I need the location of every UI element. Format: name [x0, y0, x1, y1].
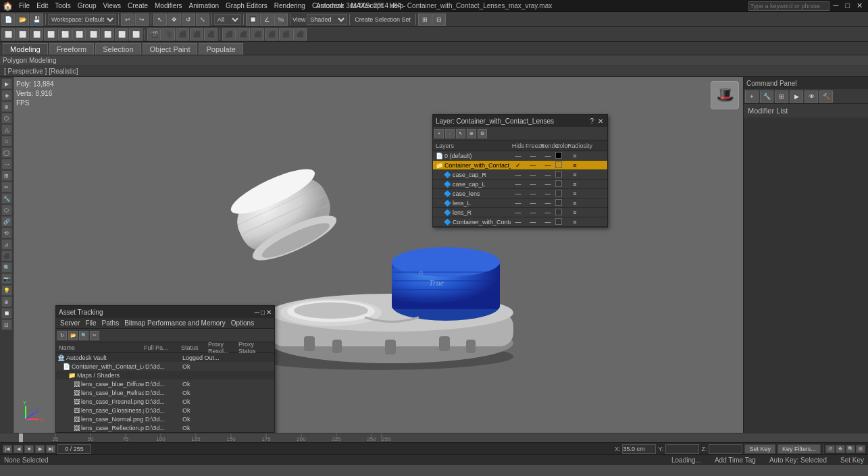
- layers-help-btn[interactable]: ?: [588, 117, 595, 125]
- create-selection-set[interactable]: Create Selection Set: [352, 16, 413, 23]
- t2-btn4[interactable]: ⬜: [44, 28, 57, 41]
- layers-new-btn[interactable]: +: [434, 129, 444, 138]
- asset-row-map6[interactable]: 🖼 lens_case_Reflection.png D:\3d... Ok: [56, 423, 274, 432]
- tab-populate[interactable]: Populate: [199, 43, 242, 55]
- percent-snap-btn[interactable]: %: [274, 14, 288, 26]
- t2-btn3[interactable]: ⬜: [30, 28, 43, 41]
- maximize-btn[interactable]: □: [842, 1, 852, 11]
- t2-nav1[interactable]: ⬛: [222, 28, 236, 41]
- left-icon-21[interactable]: 🔲: [1, 308, 12, 319]
- rp-utility-btn[interactable]: 🔨: [819, 90, 833, 103]
- menu-rendering[interactable]: Rendering: [271, 2, 309, 9]
- layers-title-bar[interactable]: Layer: Container_with_Contact_Lenses ? ✕: [433, 115, 607, 127]
- asset-folder-btn[interactable]: 📂: [68, 331, 78, 340]
- asset-row-map2[interactable]: 🖼 lens_case_blue_Refraction.png D:\3d...…: [56, 388, 274, 397]
- array-btn[interactable]: ⊟: [432, 14, 446, 26]
- menu-animation[interactable]: Animation: [186, 2, 222, 9]
- camera-preset-icon[interactable]: 🎩: [711, 81, 739, 109]
- scale-btn[interactable]: ⤡: [196, 14, 209, 26]
- left-icon-6[interactable]: □: [1, 136, 12, 147]
- t2-btn8[interactable]: ⬜: [101, 28, 114, 41]
- left-icon-7[interactable]: ◯: [1, 147, 12, 158]
- left-icon-5[interactable]: △: [1, 124, 12, 135]
- tab-object-paint[interactable]: Object Paint: [143, 43, 198, 55]
- nav-pan-btn[interactable]: ✥: [836, 445, 845, 453]
- asset-reload-btn[interactable]: ↻: [57, 331, 67, 340]
- left-icon-4[interactable]: ⬡: [1, 113, 12, 124]
- left-icon-8[interactable]: ⋯: [1, 159, 12, 169]
- t2-render1[interactable]: 🎬: [147, 28, 161, 41]
- viewport[interactable]: Poly: 13,884 Verts: 8,916 FPS: [14, 77, 743, 433]
- menu-graph-editors[interactable]: Graph Editors: [222, 2, 271, 9]
- layers-select-btn[interactable]: ↖: [456, 129, 465, 138]
- layer-row-cap-r[interactable]: 🔷case_cap_R — — — ≡: [433, 170, 607, 180]
- nav-zoom-btn[interactable]: 🔍: [846, 445, 855, 453]
- asset-minimize-btn[interactable]: ─: [255, 309, 259, 316]
- set-key-btn[interactable]: Set Key: [744, 444, 775, 454]
- tab-modeling[interactable]: Modeling: [3, 43, 48, 55]
- left-icon-11[interactable]: 🔧: [1, 193, 12, 204]
- left-icon-17[interactable]: 🔍: [1, 262, 12, 273]
- left-icon-2[interactable]: ◈: [1, 90, 12, 101]
- layers-add-sel-btn[interactable]: ⊕: [467, 129, 476, 138]
- next-frame-btn[interactable]: ▶|: [46, 445, 55, 453]
- close-btn[interactable]: ✕: [854, 1, 865, 11]
- stop-btn[interactable]: ■: [24, 445, 34, 453]
- frame-input[interactable]: [57, 444, 91, 454]
- t2-render4[interactable]: ⬛: [190, 28, 203, 41]
- t2-render3[interactable]: ⬛: [176, 28, 189, 41]
- asset-row-maps[interactable]: 📁 Maps / Shaders: [56, 371, 274, 379]
- asset-menu-server[interactable]: Server: [57, 319, 82, 327]
- layer-row-case-lens[interactable]: 🔷case_lens — — — ≡: [433, 189, 607, 199]
- left-icon-19[interactable]: 💡: [1, 285, 12, 296]
- t2-btn5[interactable]: ⬜: [58, 28, 72, 41]
- t2-render2[interactable]: 🎥: [161, 28, 175, 41]
- left-icon-12[interactable]: ⬡: [1, 205, 12, 215]
- left-icon-9[interactable]: ⊞: [1, 170, 12, 181]
- layers-props-btn[interactable]: ⚙: [478, 129, 487, 138]
- asset-row-vault[interactable]: 🏦 Autodesk Vault Logged Out...: [56, 353, 274, 362]
- rotate-btn[interactable]: ↺: [182, 14, 195, 26]
- asset-title-bar[interactable]: Asset Tracking ─ □ ✕: [56, 306, 274, 318]
- menu-file[interactable]: File: [16, 2, 33, 9]
- left-icon-22[interactable]: ⊟: [1, 319, 12, 330]
- open-btn[interactable]: 📂: [16, 14, 29, 26]
- key-filters-btn[interactable]: Key Filters...: [777, 444, 821, 454]
- select-btn[interactable]: ↖: [153, 14, 167, 26]
- t2-btn9[interactable]: ⬜: [115, 28, 128, 41]
- t2-btn10[interactable]: ⬜: [129, 28, 143, 41]
- t2-nav6[interactable]: ⬛: [293, 28, 307, 41]
- t2-btn2[interactable]: ⬜: [16, 28, 29, 41]
- play-fwd-btn[interactable]: ▶: [35, 445, 45, 453]
- timeline-ruler[interactable]: 0 25 50 75 100 125 150 175 200 225 250 2…: [0, 433, 868, 442]
- layers-close-btn[interactable]: ✕: [596, 117, 605, 125]
- snap-btn[interactable]: 🔲: [246, 14, 259, 26]
- left-icon-1[interactable]: ▶: [1, 78, 12, 89]
- layer-row-container2[interactable]: 🔷Container_with_Contact_Lenses — — — ≡: [433, 217, 607, 227]
- prev-frame-btn[interactable]: |◀: [3, 445, 12, 453]
- layer-row-lens-l[interactable]: 🔷lens_L — — — ≡: [433, 199, 607, 208]
- rp-hierarchy-btn[interactable]: ⊞: [775, 90, 788, 103]
- menu-modifiers[interactable]: Modifiers: [151, 2, 186, 9]
- t2-btn1[interactable]: ⬜: [1, 28, 15, 41]
- left-icon-20[interactable]: ⊕: [1, 296, 12, 307]
- coord-y-input[interactable]: [665, 444, 699, 454]
- asset-row-map1[interactable]: 🖼 lens_case_blue_Diffuse.png D:\3d... Ok: [56, 379, 274, 388]
- left-icon-18[interactable]: 📷: [1, 273, 12, 284]
- redo-btn[interactable]: ↪: [135, 14, 149, 26]
- asset-menu-paths[interactable]: Paths: [99, 319, 122, 327]
- left-icon-15[interactable]: ⊿: [1, 239, 12, 250]
- left-icon-14[interactable]: ⟲: [1, 228, 12, 238]
- menu-create[interactable]: Create: [124, 2, 151, 9]
- asset-maximize-btn[interactable]: □: [261, 309, 265, 316]
- left-icon-3[interactable]: ⊕: [1, 101, 12, 112]
- angle-snap-btn[interactable]: ∠: [260, 14, 274, 26]
- t2-btn6[interactable]: ⬜: [72, 28, 86, 41]
- layer-row-container[interactable]: 📁Container_with_Contact_Lenses ✓ — — ≡: [433, 161, 607, 170]
- mirror-btn[interactable]: ⊞: [418, 14, 432, 26]
- new-btn[interactable]: 📄: [1, 14, 15, 26]
- asset-row-map5[interactable]: 🖼 lens_case_Normal.png D:\3d... Ok: [56, 415, 274, 423]
- tab-freeform[interactable]: Freeform: [49, 43, 95, 55]
- t2-render5[interactable]: ⬛: [204, 28, 218, 41]
- view-dropdown[interactable]: Shaded: [307, 14, 347, 25]
